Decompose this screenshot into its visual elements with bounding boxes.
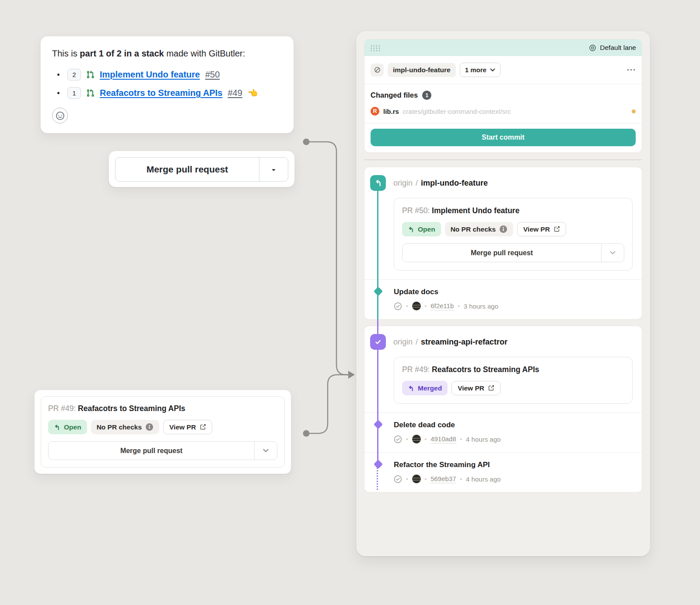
commit-time: 3 hours ago [464,302,498,310]
branch-title: origin / streaming-api-refactror [393,338,508,347]
branch-arrow-icon [374,179,382,187]
pr-49-status-card-inner: PR #49: Reafacotrs to Streaming APIs Ope… [41,396,285,468]
pr-link[interactable]: Implement Undo feature [100,70,200,80]
stack-comment-intro: This is part 1 of 2 in a stack made with… [52,48,282,59]
git-pull-request-icon [86,89,94,97]
pr-badges: Open No PR checks View PR [48,420,277,434]
stack-position-chip: 1 [67,87,81,99]
pr-status-label: Open [64,423,81,431]
pr-status-badge-open: Open [48,420,87,434]
merge-options-dropdown[interactable] [259,158,288,181]
merge-pull-request-button[interactable]: Merge pull request [116,158,259,181]
file-path: crates/gitbutler-command-context/src [403,108,628,115]
lane-title-label: Default lane [600,44,636,52]
bullet-icon [57,92,60,94]
pr-open-icon [54,424,60,431]
commit-title: Refactor the Streaming API [394,461,633,469]
commit-meta: • • 569eb37 • 4 hours ago [394,475,633,483]
merge-split-button: Merge pull request [115,157,288,182]
pr-title: Reafacotrs to Streaming APIs [78,404,185,413]
pr-status-badge-merged: Merged [402,381,448,395]
stack-position-chip: 2 [67,69,81,81]
stack-pr-list: 2 Implement Undo feature #50 1 Reafacotr… [52,69,282,99]
pr-open-icon [408,226,414,233]
chain-link-button[interactable] [371,63,384,77]
stack-pr-item: 2 Implement Undo feature #50 [52,69,282,81]
merged-branch-icon [370,334,386,350]
bullet-icon [57,74,60,76]
check-circle-icon [394,435,402,443]
view-pr-label: View PR [169,423,196,431]
merge-pull-request-button[interactable]: Merge pull request [402,244,601,262]
changed-files-header: Changed files 1 [364,84,642,105]
commit-diamond-icon [374,420,383,429]
chevron-down-icon [610,251,616,255]
pr-title-row: PR #50: Implement Undo feature [402,206,624,215]
changed-files-label: Changed files [371,91,418,99]
chain-link-icon [374,66,381,74]
external-link-icon [553,226,560,232]
commit-row[interactable]: Refactor the Streaming API • • 569eb37 •… [364,453,642,492]
lane-menu-button[interactable] [626,67,636,74]
remote-name: origin [393,179,413,188]
merge-pull-request-button[interactable]: Merge pull request [49,442,254,460]
path-separator: / [416,179,418,188]
pr-49-card: PR #49: Reafacotrs to Streaming APIs Mer… [394,357,633,404]
start-commit-button[interactable]: Start commit [371,129,636,146]
merge-options-dropdown[interactable] [601,244,624,262]
branch-name: impl-undo-feature [421,179,488,188]
view-pr-button[interactable]: View PR [163,420,212,434]
pr-badges: Open No PR checks View PR [402,222,624,236]
author-avatar [412,435,421,443]
pr-title-row: PR #49: Reafacotrs to Streaming APIs [402,365,624,374]
pr-link[interactable]: Reafacotrs to Streaming APIs [100,88,222,98]
start-commit-wrap: Start commit [364,123,642,152]
commit-row[interactable]: Delete dead code • • 4910ad8 • 4 hours a… [364,413,642,452]
drag-handle-icon[interactable] [370,45,380,51]
more-branches-label: 1 more [465,66,486,74]
target-icon [589,44,596,52]
intro-bold: part 1 of 2 in a stack [80,49,164,58]
external-link-icon [488,385,494,391]
pr-title: Reafacotrs to Streaming APIs [432,365,539,374]
author-avatar [412,302,421,310]
commit-hash-link[interactable]: 569eb37 [430,475,456,483]
view-pr-button[interactable]: View PR [452,381,500,395]
branch-header: origin / impl-undo-feature [364,167,642,191]
commit-meta: • • 4910ad8 • 4 hours ago [394,435,633,443]
pr-title-row: PR #49: Reafacotrs to Streaming APIs [48,404,277,413]
add-reaction-button[interactable] [52,108,68,123]
pr-label: PR #50: [402,206,430,215]
changed-files-count-badge: 1 [422,91,431,100]
file-name: lib.rs [383,108,399,115]
branch-name-pill[interactable]: impl-undo-feature [388,63,456,77]
pr-label: PR #49: [402,365,430,374]
pr-checks-label: No PR checks [97,423,142,431]
branch-header: origin / streaming-api-refactror [364,326,642,350]
rust-file-icon: R [371,107,379,116]
commit-row[interactable]: Update docs • • 6f2e11b • 3 hours ago [364,280,642,319]
commit-hash-link[interactable]: 6f2e11b [430,302,454,310]
path-separator: / [416,338,418,347]
dotted-separator [364,159,642,160]
commit-diamond-icon [374,287,383,296]
more-branches-dropdown[interactable]: 1 more [460,63,500,77]
external-link-icon [200,424,206,430]
branch-title: origin / impl-undo-feature [393,179,488,188]
changed-file-row[interactable]: R lib.rs crates/gitbutler-command-contex… [364,105,642,123]
remote-branch-icon [370,175,386,191]
commit-hash-link[interactable]: 4910ad8 [430,435,456,443]
commit-title: Update docs [394,288,633,296]
modified-indicator-dot [632,109,636,113]
pr-number-link[interactable]: #49 [228,88,242,98]
pr-checks-badge: No PR checks [91,420,159,434]
merge-options-dropdown[interactable] [254,442,277,460]
pr-50-card: PR #50: Implement Undo feature Open No P… [394,198,633,271]
pr-checks-label: No PR checks [451,225,496,233]
pr-number-link[interactable]: #50 [205,70,220,80]
view-pr-button[interactable]: View PR [517,222,566,236]
lane-top-card: Default lane impl-undo-feature 1 more Ch… [364,39,642,153]
pr-status-label: Open [418,225,435,233]
smiley-icon [56,112,64,120]
pr-badges: Merged View PR [402,381,624,395]
